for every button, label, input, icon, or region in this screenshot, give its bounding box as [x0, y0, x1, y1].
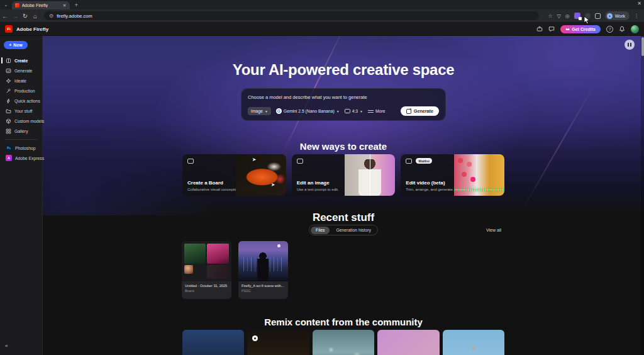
card-title: Edit an image: [297, 180, 330, 186]
edit-image-card[interactable]: Edit an image Use a text prompt to edit.: [292, 154, 396, 196]
sidebar-item-photoshop[interactable]: Ps Photoshop: [0, 143, 42, 153]
sidebar-item-generate[interactable]: Generate: [0, 65, 42, 76]
tab-title: Adobe Firefly: [22, 3, 60, 8]
cursor-icon: ➤: [252, 157, 257, 162]
card-title: Create a Board: [187, 180, 223, 186]
plus-icon: +: [9, 43, 11, 47]
bookmark-star-icon[interactable]: ☆: [548, 13, 552, 19]
pause-animation-button[interactable]: [625, 40, 635, 50]
sidebar-item-production[interactable]: Production: [0, 86, 42, 96]
home-icon[interactable]: ⌂: [30, 13, 40, 20]
new-ways-title: New ways to create: [43, 141, 644, 152]
browser-tab[interactable]: Adobe Firefly ✕: [12, 1, 70, 9]
sidebar-item-create[interactable]: Create: [0, 55, 42, 65]
sidebar-item-label: Quick actions: [14, 99, 40, 103]
round-extension-icon[interactable]: [585, 13, 591, 19]
edit-video-card[interactable]: Waitlist Edit video (beta) Trim, arrange…: [401, 154, 504, 196]
new-button[interactable]: + New: [4, 41, 28, 49]
page-scrollbar[interactable]: [641, 36, 644, 355]
board-thumbnail: [182, 241, 231, 281]
purple-extension-icon[interactable]: [574, 13, 580, 19]
prompt-hint[interactable]: Choose a model and describe what you wan…: [248, 94, 439, 100]
firefly-favicon: [15, 3, 19, 8]
generate-icon: [6, 68, 11, 74]
recent-file-card[interactable]: Untitled - October 31, 2025 at... Board: [182, 241, 231, 299]
cursor-icon: ➤: [271, 182, 275, 188]
recent-stuff-title: Recent stuff: [43, 211, 644, 224]
extensions-icon[interactable]: [595, 13, 601, 19]
site-info-icon[interactable]: ⚙: [49, 13, 53, 19]
user-avatar[interactable]: [631, 25, 639, 33]
firefly-logo[interactable]: Fi: [5, 25, 13, 33]
profile-label: Work: [615, 14, 625, 18]
generate-label: Generate: [414, 108, 433, 114]
community-tile[interactable]: [313, 330, 374, 355]
brand-title: Adobe Firefly: [16, 26, 48, 32]
aspect-ratio-dropdown[interactable]: 4:3 ▼: [345, 109, 363, 113]
scrollbar-thumb[interactable]: [641, 37, 644, 56]
reload-icon[interactable]: ↻: [20, 13, 30, 20]
sidebar-item-gallery[interactable]: Gallery: [0, 126, 42, 136]
new-button-label: New: [13, 43, 22, 47]
back-icon[interactable]: ←: [0, 13, 10, 20]
your-stuff-icon: [6, 108, 11, 114]
get-credits-button[interactable]: Get Credits: [560, 25, 601, 33]
aspect-ratio-icon: [345, 109, 350, 113]
recent-file-card[interactable]: Firefly_A sci-fi scene with... PSDC: [238, 241, 288, 299]
edit-image-card-art: [345, 154, 395, 196]
browser-profile-chip[interactable]: ● Work: [605, 11, 630, 20]
sidebar-collapse-icon[interactable]: «: [5, 343, 8, 349]
more-label: More: [375, 109, 386, 113]
sidebar-item-label: Ideate: [14, 79, 26, 83]
tab-files[interactable]: Files: [311, 227, 330, 234]
apps-icon[interactable]: [536, 26, 543, 32]
tab-generation-history[interactable]: Generation history: [331, 227, 376, 234]
model-dropdown[interactable]: G Gemini 2.5 (Nano Banana) ▼: [276, 108, 340, 114]
sidebar-item-adobe-express[interactable]: A Adobe Express: [0, 153, 42, 163]
sidebar-item-custom-models[interactable]: Custom models: [0, 116, 42, 126]
browser-menu-icon[interactable]: ⋮: [634, 13, 639, 19]
url-text: firefly.adobe.com: [57, 13, 92, 19]
sidebar-item-label: Adobe Express: [15, 156, 44, 161]
feedback-icon[interactable]: [548, 26, 555, 32]
card-subtitle: Trim, arrange, and generate.: [406, 188, 453, 191]
community-tile[interactable]: [443, 330, 504, 355]
help-icon[interactable]: ?: [606, 26, 613, 33]
sidebar-divider: [5, 139, 37, 140]
bell-icon[interactable]: [619, 26, 625, 32]
gallery-icon: [6, 128, 11, 134]
sidebar: + New Create Generate Ideate Production …: [0, 36, 43, 355]
forward-icon[interactable]: →: [10, 13, 20, 20]
sidebar-item-your-stuff[interactable]: Your stuff: [0, 106, 42, 116]
toolbar-right: ☆ ▽ ◎ ● Work ⋮: [543, 11, 644, 20]
card-subtitle: Use a text prompt to edit.: [297, 188, 339, 191]
view-all-link[interactable]: View all: [486, 228, 501, 232]
community-tile[interactable]: [377, 330, 439, 355]
community-tile[interactable]: [182, 330, 244, 355]
ideate-icon: [6, 78, 11, 84]
sidebar-item-label: Gallery: [14, 129, 28, 133]
generate-button[interactable]: Generate: [401, 106, 439, 116]
sidebar-item-quick-actions[interactable]: Quick actions: [0, 96, 42, 106]
filter-extension-icon[interactable]: ▽: [557, 13, 561, 19]
google-g-icon: G: [276, 108, 282, 114]
window-close-icon[interactable]: ✕: [637, 1, 641, 6]
file-meta: Untitled - October 31, 2025 at... Board: [182, 281, 231, 293]
more-settings-button[interactable]: More: [368, 109, 386, 114]
eye-extension-icon[interactable]: ◎: [565, 13, 570, 19]
tab-close-icon[interactable]: ✕: [63, 3, 67, 8]
sidebar-item-label: Production: [14, 89, 35, 93]
new-tab-button[interactable]: +: [75, 2, 78, 8]
card-subtitle: Collaborative visual concepting.: [187, 188, 240, 191]
url-bar[interactable]: ⚙ firefly.adobe.com: [44, 11, 539, 20]
chevron-down-icon: ▼: [360, 110, 363, 113]
extension-badge: [579, 17, 582, 20]
create-board-card[interactable]: Create a Board Collaborative visual conc…: [182, 154, 286, 196]
content-type-dropdown[interactable]: Image ▼: [248, 107, 271, 115]
tab-search-icon[interactable]: ⌄: [4, 2, 8, 8]
sidebar-item-label: Photoshop: [15, 146, 36, 150]
community-tile[interactable]: [247, 330, 309, 355]
sidebar-item-ideate[interactable]: Ideate: [0, 76, 42, 86]
prompt-card[interactable]: Choose a model and describe what you wan…: [241, 88, 446, 121]
sidebar-item-label: Generate: [14, 69, 32, 73]
